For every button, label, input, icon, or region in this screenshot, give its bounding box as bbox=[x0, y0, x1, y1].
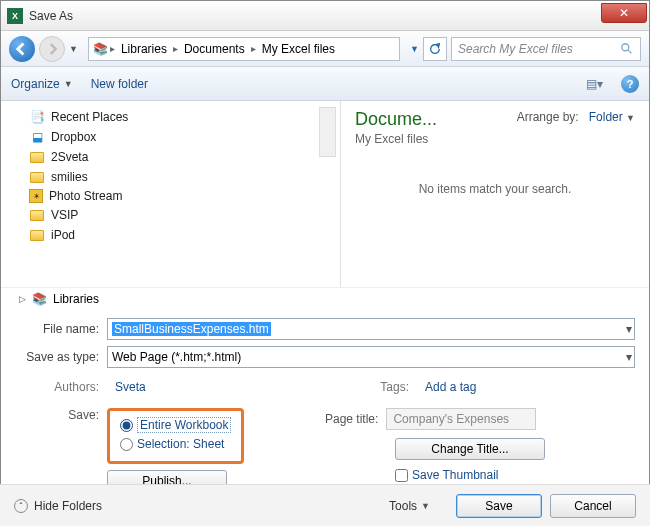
filename-label: File name: bbox=[15, 322, 107, 336]
search-placeholder: Search My Excel files bbox=[458, 42, 573, 56]
crumb-libraries[interactable]: Libraries bbox=[117, 40, 171, 58]
refresh-icon bbox=[428, 42, 442, 56]
authors-value[interactable]: Sveta bbox=[115, 380, 146, 394]
tree-item-2sveta[interactable]: 2Sveta bbox=[29, 147, 340, 167]
authors-label: Authors: bbox=[15, 380, 107, 394]
titlebar: X Save As ✕ bbox=[1, 1, 649, 31]
chevron-down-icon: ▼ bbox=[626, 113, 635, 123]
new-folder-label: New folder bbox=[91, 77, 148, 91]
tree-item-label: VSIP bbox=[51, 208, 78, 222]
tree-item-label: 2Sveta bbox=[51, 150, 88, 164]
radio-label: Entire Workbook bbox=[137, 417, 231, 433]
tree-item-label: Libraries bbox=[53, 292, 99, 306]
scrollbar[interactable] bbox=[319, 107, 336, 157]
search-icon bbox=[620, 42, 634, 56]
organize-label: Organize bbox=[11, 77, 60, 91]
save-thumbnail-checkbox[interactable] bbox=[395, 469, 408, 482]
folder-icon bbox=[29, 149, 45, 165]
arrange-by-label: Arrange by: bbox=[517, 110, 579, 124]
save-button[interactable]: Save bbox=[456, 494, 542, 518]
chevron-right-icon: ▸ bbox=[110, 43, 115, 54]
library-subheading: My Excel files bbox=[355, 132, 635, 146]
tree-item-photo-stream[interactable]: ☀Photo Stream bbox=[29, 187, 340, 205]
tree-item-label: Recent Places bbox=[51, 110, 128, 124]
folder-tree[interactable]: 📑Recent Places ⬓Dropbox 2Sveta smilies ☀… bbox=[1, 101, 341, 287]
radio-selection-sheet[interactable]: Selection: Sheet bbox=[120, 437, 231, 451]
crumb-documents[interactable]: Documents bbox=[180, 40, 249, 58]
tags-label: Tags: bbox=[325, 380, 417, 394]
close-icon: ✕ bbox=[619, 6, 629, 20]
radio-entire-workbook[interactable]: Entire Workbook bbox=[120, 417, 231, 433]
change-title-button[interactable]: Change Title... bbox=[395, 438, 545, 460]
save-thumbnail-label: Save Thumbnail bbox=[412, 468, 499, 482]
chevron-down-icon: ▼ bbox=[421, 501, 430, 511]
tree-item-ipod[interactable]: iPod bbox=[29, 225, 340, 245]
tree-item-recent-places[interactable]: 📑Recent Places bbox=[29, 107, 340, 127]
refresh-button[interactable] bbox=[423, 37, 447, 61]
chevron-down-icon: ▼ bbox=[64, 79, 73, 89]
filetype-select[interactable]: Web Page (*.htm;*.html) ▾ bbox=[107, 346, 635, 368]
tree-item-label: Photo Stream bbox=[49, 189, 122, 203]
svg-point-0 bbox=[622, 43, 629, 50]
arrow-right-icon bbox=[46, 43, 58, 55]
svg-line-1 bbox=[628, 49, 632, 53]
save-scope-highlight: Entire Workbook Selection: Sheet bbox=[107, 408, 244, 464]
radio-selection-sheet-input[interactable] bbox=[120, 438, 133, 451]
toolbar: Organize ▼ New folder ▤▾ ? bbox=[1, 67, 649, 101]
back-button[interactable] bbox=[9, 36, 35, 62]
folder-icon: 📚 bbox=[93, 42, 108, 56]
close-button[interactable]: ✕ bbox=[601, 3, 647, 23]
expand-icon[interactable]: ▷ bbox=[19, 294, 26, 304]
folder-icon bbox=[29, 207, 45, 223]
filename-value: SmallBusinessExpenses.htm bbox=[112, 322, 271, 336]
organize-button[interactable]: Organize ▼ bbox=[11, 77, 73, 91]
filename-input[interactable]: SmallBusinessExpenses.htm ▾ bbox=[107, 318, 635, 340]
arrow-left-icon bbox=[15, 42, 29, 56]
chevron-right-icon: ▸ bbox=[173, 43, 178, 54]
filetype-label: Save as type: bbox=[15, 350, 107, 364]
empty-message: No items match your search. bbox=[355, 182, 635, 196]
history-dropdown[interactable]: ▼ bbox=[69, 44, 78, 54]
photo-stream-icon: ☀ bbox=[29, 189, 43, 203]
tree-item-label: iPod bbox=[51, 228, 75, 242]
body-panel: 📑Recent Places ⬓Dropbox 2Sveta smilies ☀… bbox=[1, 101, 649, 287]
filetype-dropdown[interactable]: ▾ bbox=[626, 350, 632, 364]
tree-item-dropbox[interactable]: ⬓Dropbox bbox=[29, 127, 340, 147]
save-form: File name: SmallBusinessExpenses.htm ▾ S… bbox=[1, 310, 649, 502]
page-title-input: Company's Expenses bbox=[386, 408, 536, 430]
radio-label: Selection: Sheet bbox=[137, 437, 224, 451]
hide-folders-label: Hide Folders bbox=[34, 499, 102, 513]
window-title: Save As bbox=[29, 9, 73, 23]
folder-icon bbox=[29, 227, 45, 243]
new-folder-button[interactable]: New folder bbox=[91, 77, 148, 91]
tree-item-label: smilies bbox=[51, 170, 88, 184]
crumb-current[interactable]: My Excel files bbox=[258, 40, 339, 58]
filename-dropdown[interactable]: ▾ bbox=[626, 322, 632, 336]
chevron-right-icon: ▸ bbox=[251, 43, 256, 54]
chevron-up-icon: ˆ bbox=[14, 499, 28, 513]
tree-item-smilies[interactable]: smilies bbox=[29, 167, 340, 187]
recent-places-icon: 📑 bbox=[29, 109, 45, 125]
add-tag-link[interactable]: Add a tag bbox=[425, 380, 476, 394]
libraries-icon: 📚 bbox=[32, 292, 47, 306]
nav-bar: ▼ 📚 ▸ Libraries ▸ Documents ▸ My Excel f… bbox=[1, 31, 649, 67]
breadcrumb[interactable]: 📚 ▸ Libraries ▸ Documents ▸ My Excel fil… bbox=[88, 37, 400, 61]
hide-folders-button[interactable]: ˆ Hide Folders bbox=[14, 499, 102, 513]
save-scope-label: Save: bbox=[15, 408, 107, 464]
view-mode-button[interactable]: ▤▾ bbox=[586, 77, 603, 91]
footer: ˆ Hide Folders Tools ▼ Save Cancel bbox=[0, 484, 650, 526]
folder-icon bbox=[29, 169, 45, 185]
search-input[interactable]: Search My Excel files bbox=[451, 37, 641, 61]
help-button[interactable]: ? bbox=[621, 75, 639, 93]
cancel-button[interactable]: Cancel bbox=[550, 494, 636, 518]
arrange-by-dropdown[interactable]: Folder ▼ bbox=[589, 110, 635, 124]
tools-dropdown[interactable]: Tools ▼ bbox=[389, 499, 430, 513]
breadcrumb-dropdown[interactable]: ▼ bbox=[410, 44, 419, 54]
page-title-label: Page title: bbox=[325, 412, 378, 426]
tree-item-label: Dropbox bbox=[51, 130, 96, 144]
tree-item-vsip[interactable]: VSIP bbox=[29, 205, 340, 225]
tree-item-libraries[interactable]: ▷ 📚 Libraries bbox=[1, 287, 649, 310]
radio-entire-workbook-input[interactable] bbox=[120, 419, 133, 432]
filetype-value: Web Page (*.htm;*.html) bbox=[112, 350, 241, 364]
dropbox-icon: ⬓ bbox=[29, 129, 45, 145]
